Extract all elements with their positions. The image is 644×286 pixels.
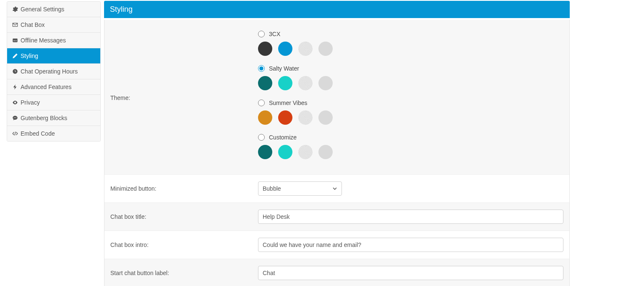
code-icon [12, 131, 18, 136]
sidebar-item-label: Chat Operating Hours [21, 68, 78, 75]
form-row-minimized-button: Minimized button: Bubble [104, 174, 569, 202]
theme-option-summer-vibes[interactable]: Summer Vibes [258, 100, 563, 125]
main-panel: Styling Theme: 3CX [104, 1, 570, 286]
sidebar-item-chat-operating-hours[interactable]: Chat Operating Hours [7, 64, 100, 79]
svg-point-4 [14, 118, 15, 118]
bolt-icon [12, 84, 18, 90]
svg-rect-0 [13, 39, 17, 42]
color-swatch[interactable] [278, 42, 292, 56]
swatch-row [258, 42, 563, 56]
sidebar-item-chat-box[interactable]: Chat Box [7, 17, 100, 33]
theme-option-customize[interactable]: Customize [258, 134, 563, 159]
sidebar-item-label: General Settings [21, 6, 64, 13]
sidebar-item-embed-code[interactable]: Embed Code [7, 126, 100, 141]
theme-radio-summer-vibes[interactable] [258, 100, 265, 106]
sidebar-item-label: Chat Box [21, 21, 45, 28]
start-chat-button-label: Start chat button label: [110, 270, 258, 276]
svg-rect-2 [16, 40, 17, 41]
svg-point-6 [16, 118, 16, 118]
theme-radio-customize[interactable] [258, 134, 265, 141]
sidebar-item-styling[interactable]: Styling [7, 48, 100, 64]
color-swatch[interactable] [278, 145, 292, 159]
color-swatch[interactable] [318, 110, 333, 125]
theme-name: Salty Water [269, 65, 299, 72]
minimized-button-select[interactable]: Bubble [258, 181, 342, 196]
gear-icon [12, 6, 18, 12]
color-swatch[interactable] [278, 110, 292, 125]
chat-box-title-label: Chat box title: [110, 213, 258, 220]
theme-radio-3cx[interactable] [258, 31, 265, 37]
sidebar-item-label: Offline Messages [21, 37, 66, 44]
form-row-start-chat-button-label: Start chat button label: [104, 259, 569, 286]
sidebar-item-offline-messages[interactable]: Offline Messages [7, 33, 100, 48]
mail-icon [12, 22, 18, 28]
color-swatch[interactable] [318, 42, 333, 56]
color-swatch[interactable] [258, 145, 272, 159]
theme-label: Theme: [110, 31, 258, 101]
theme-name: Customize [269, 134, 297, 141]
chat-box-intro-input[interactable] [258, 238, 563, 252]
color-swatch[interactable] [318, 76, 333, 90]
sidebar-item-label: Gutenberg Blocks [21, 115, 67, 121]
swatch-row [258, 145, 563, 159]
panel-header: Styling [104, 1, 570, 18]
chat-box-intro-label: Chat box intro: [110, 241, 258, 248]
color-swatch[interactable] [298, 110, 313, 125]
chat-icon [12, 115, 18, 121]
theme-name: 3CX [269, 31, 280, 37]
chat-box-title-input[interactable] [258, 210, 563, 224]
theme-radio-salty-water[interactable] [258, 65, 265, 72]
pencil-icon [12, 53, 18, 59]
panel-title: Styling [110, 5, 133, 13]
color-swatch[interactable] [258, 76, 272, 90]
sidebar-item-label: Styling [21, 52, 38, 59]
theme-options: 3CX Salty Water [258, 31, 563, 159]
clock-icon [12, 68, 18, 74]
subtitles-icon [12, 37, 18, 43]
color-swatch[interactable] [258, 42, 272, 56]
form-row-chat-box-title: Chat box title: [104, 202, 569, 231]
sidebar-item-label: Advanced Features [21, 84, 71, 90]
panel-body: Theme: 3CX [104, 20, 570, 286]
form-row-theme: Theme: 3CX [104, 20, 569, 174]
sidebar-item-privacy[interactable]: Privacy [7, 95, 100, 110]
theme-option-3cx[interactable]: 3CX [258, 31, 563, 56]
start-chat-button-input[interactable] [258, 266, 563, 280]
color-swatch[interactable] [318, 145, 333, 159]
eye-icon [12, 100, 18, 105]
sidebar-item-general-settings[interactable]: General Settings [7, 2, 100, 17]
sidebar-item-advanced-features[interactable]: Advanced Features [7, 79, 100, 95]
sidebar-item-label: Embed Code [21, 130, 55, 137]
color-swatch[interactable] [298, 42, 313, 56]
form-row-chat-box-intro: Chat box intro: [104, 231, 569, 259]
color-swatch[interactable] [298, 76, 313, 90]
svg-rect-1 [13, 40, 15, 41]
color-swatch[interactable] [278, 76, 292, 90]
theme-name: Summer Vibes [269, 100, 308, 106]
swatch-row [258, 76, 563, 90]
color-swatch[interactable] [298, 145, 313, 159]
color-swatch[interactable] [258, 110, 272, 125]
sidebar-item-label: Privacy [21, 99, 40, 106]
settings-sidebar: General Settings Chat Box Offline Messag… [7, 1, 101, 142]
sidebar-item-gutenberg-blocks[interactable]: Gutenberg Blocks [7, 110, 100, 126]
swatch-row [258, 110, 563, 125]
minimized-button-label: Minimized button: [110, 185, 258, 192]
svg-point-5 [15, 118, 16, 118]
theme-option-salty-water[interactable]: Salty Water [258, 65, 563, 90]
